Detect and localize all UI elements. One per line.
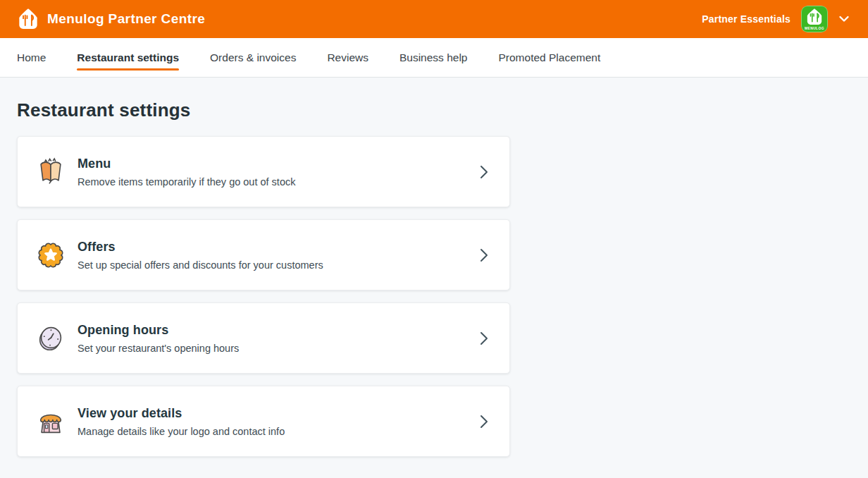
page-title: Restaurant settings (17, 99, 851, 121)
main-nav: Home Restaurant settings Orders & invoic… (0, 38, 868, 78)
card-view-details-title: View your details (78, 406, 285, 421)
card-view-details-subtitle: Manage details like your logo and contac… (78, 426, 285, 437)
card-offers[interactable]: Offers Set up special offers and discoun… (17, 219, 510, 290)
clock-icon (35, 322, 67, 355)
card-menu-text: Menu Remove items temporarily if they go… (78, 157, 295, 188)
storefront-icon (35, 405, 67, 438)
card-offers-title: Offers (78, 240, 323, 255)
brand[interactable]: Menulog Partner Centre (16, 7, 205, 31)
card-menu[interactable]: Menu Remove items temporarily if they go… (17, 136, 510, 207)
brand-title: Menulog Partner Centre (47, 11, 205, 27)
card-opening-hours-subtitle: Set your restaurant's opening hours (78, 343, 239, 354)
menu-book-icon (35, 156, 67, 188)
card-offers-text: Offers Set up special offers and discoun… (78, 240, 323, 271)
main-content: Restaurant settings Menu Remove items te… (0, 99, 868, 457)
nav-item-orders-invoices[interactable]: Orders & invoices (210, 38, 296, 77)
offers-badge-icon (35, 239, 67, 271)
nav-item-reviews[interactable]: Reviews (327, 38, 368, 77)
nav-item-restaurant-settings[interactable]: Restaurant settings (77, 38, 179, 77)
header-right: Partner Essentials MENULOG (702, 6, 850, 32)
card-view-details[interactable]: View your details Manage details like yo… (17, 386, 510, 457)
nav-item-business-help[interactable]: Business help (399, 38, 468, 77)
card-opening-hours-title: Opening hours (78, 323, 239, 338)
chevron-right-icon (480, 248, 488, 262)
card-offers-subtitle: Set up special offers and discounts for … (78, 259, 323, 271)
avatar-caption: MENULOG (805, 27, 824, 30)
card-menu-subtitle: Remove items temporarily if they go out … (78, 176, 295, 188)
menulog-app-avatar[interactable]: MENULOG (801, 6, 828, 32)
card-view-details-text: View your details Manage details like yo… (78, 406, 285, 437)
chevron-right-icon (480, 165, 488, 179)
menulog-house-logo-icon (16, 7, 41, 31)
account-name-label: Partner Essentials (702, 13, 790, 25)
nav-item-home[interactable]: Home (17, 38, 46, 77)
nav-item-promoted-placement[interactable]: Promoted Placement (498, 38, 600, 77)
chevron-right-icon (480, 331, 488, 345)
app-header: Menulog Partner Centre Partner Essential… (0, 0, 868, 38)
chevron-right-icon (480, 415, 488, 429)
chevron-down-icon[interactable] (838, 15, 850, 23)
card-opening-hours[interactable]: Opening hours Set your restaurant's open… (17, 302, 510, 374)
card-opening-hours-text: Opening hours Set your restaurant's open… (78, 323, 239, 354)
card-menu-title: Menu (78, 157, 295, 171)
